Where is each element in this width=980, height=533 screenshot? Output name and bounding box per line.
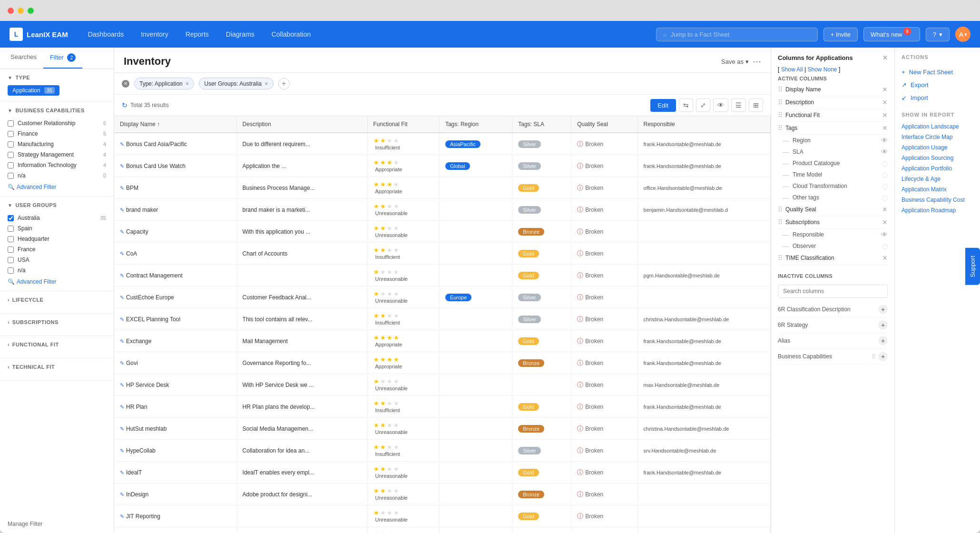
type-chip[interactable]: Application 35 [8, 85, 59, 96]
capability-checkbox-5[interactable] [8, 173, 14, 179]
table-row[interactable]: ✎Exchange Mail Management ★★★★Appropriat… [114, 330, 771, 352]
show-col-icon[interactable]: 👁 [881, 148, 888, 156]
table-row[interactable]: ✎Bonus Card Asia/Pacific Due to differen… [114, 133, 771, 155]
table-row[interactable]: ✎IdealT IdealT enables every empl... ★★★… [114, 462, 771, 484]
refresh-icon[interactable]: ↻ [122, 101, 127, 109]
hide-col-icon[interactable]: ◌ [882, 242, 888, 250]
report-link-6[interactable]: Application Matrix [902, 184, 973, 195]
remove-col-icon[interactable]: ✕ [882, 124, 888, 132]
table-row[interactable]: ✎LeanReport With this tool we get cost..… [114, 527, 771, 533]
remove-col-icon[interactable]: ✕ [882, 111, 888, 119]
close-panel-icon[interactable]: ✕ [882, 54, 888, 61]
manage-filter-link[interactable]: Manage Filter [0, 515, 114, 533]
whats-new-button[interactable]: What's new 9 [863, 27, 920, 41]
add-col-button[interactable]: + [878, 352, 888, 361]
columns-icon[interactable]: ⇆ [679, 99, 693, 112]
drag-handle-icon[interactable]: ⠿ [778, 99, 783, 106]
grid-icon[interactable]: ⊞ [749, 99, 763, 112]
eye-icon[interactable]: 👁 [713, 99, 728, 112]
table-row[interactable]: ✎HypeCollab Collaboration for idea an...… [114, 440, 771, 462]
usergroup-checkbox-france[interactable] [8, 247, 14, 253]
col-header-description[interactable]: Description [236, 116, 367, 133]
table-row[interactable]: ✎Bonus Card Use Watch Application the ..… [114, 155, 771, 177]
add-col-button[interactable]: + [878, 336, 888, 345]
table-row[interactable]: ✎JIT Reporting ★★★★Unreasonable Gold ⓘBr… [114, 505, 771, 527]
search-columns-input[interactable] [778, 285, 888, 298]
capability-checkbox-2[interactable] [8, 141, 14, 148]
advanced-filter-link-ug[interactable]: 🔍 Advanced Filter [8, 278, 106, 285]
add-filter-button[interactable]: + [278, 78, 290, 89]
col-header-functional-fit[interactable]: Functional Fit [367, 116, 439, 133]
usergroup-checkbox-usa[interactable] [8, 257, 14, 263]
table-row[interactable]: ✎Contract Management ★★★★Unreasonable Go… [114, 265, 771, 286]
show-all-link[interactable]: Show All [781, 66, 803, 73]
table-row[interactable]: ✎InDesign Adobe product for designi... ★… [114, 484, 771, 505]
table-row[interactable]: ✎HR Plan HR Plan plans the develop... ★★… [114, 396, 771, 418]
maximize-btn[interactable] [28, 8, 34, 14]
clear-filters-button[interactable]: ✕ [122, 80, 129, 88]
drag-handle-icon[interactable]: ⠿ [872, 353, 876, 360]
fullscreen-icon[interactable]: ⤢ [696, 99, 710, 112]
nav-inventory[interactable]: Inventory [132, 21, 177, 48]
table-row[interactable]: ✎Capacity With this application you ... … [114, 221, 771, 243]
minimize-btn[interactable] [18, 8, 24, 14]
drag-handle-icon[interactable]: ⠿ [778, 111, 783, 119]
col-header-display-name[interactable]: Display Name ↑ [114, 116, 236, 133]
table-row[interactable]: ✎EXCEL Planning Tool This tool contains … [114, 308, 771, 330]
export-action[interactable]: ↗ Export [902, 79, 973, 91]
import-action[interactable]: ↙ Import [902, 91, 973, 104]
nav-reports[interactable]: Reports [177, 21, 217, 48]
drag-handle-icon[interactable]: ⠿ [778, 206, 783, 213]
usergroup-checkbox-hq[interactable] [8, 236, 14, 242]
hide-col-icon[interactable]: ◌ [882, 171, 888, 178]
hide-col-icon[interactable]: ◌ [882, 194, 888, 201]
col-header-quality-seal[interactable]: Quality Seal [571, 116, 637, 133]
nav-dashboards[interactable]: Dashboards [79, 21, 133, 48]
show-none-link[interactable]: Show None [808, 66, 837, 73]
table-row[interactable]: ✎CustEchoe Europe Customer Feedback Anal… [114, 286, 771, 308]
business-capabilities-header[interactable]: ▼ BUSINESS CAPABILITIES [8, 108, 106, 113]
subscriptions-header[interactable]: › SUBSCRIPTIONS [8, 319, 106, 325]
remove-col-icon[interactable]: ✕ [882, 218, 888, 226]
nav-logo[interactable]: L LeanIX EAM [10, 28, 68, 41]
technical-fit-header[interactable]: › TECHNICAL FIT [8, 364, 106, 370]
drag-handle-icon[interactable]: ⠿ [778, 124, 783, 132]
col-header-sla[interactable]: Tags: SLA [512, 116, 571, 133]
col-header-responsible[interactable]: Responsible [637, 116, 770, 133]
report-link-3[interactable]: Application Sourcing [902, 153, 973, 163]
table-row[interactable]: ✎HutSut meshlab Social Media Managemen..… [114, 418, 771, 440]
new-fact-sheet-action[interactable]: + New Fact Sheet [902, 66, 973, 79]
add-col-button[interactable]: + [878, 320, 888, 330]
hide-col-icon[interactable]: ◌ [882, 182, 888, 190]
report-link-2[interactable]: Application Usage [902, 142, 973, 153]
user-groups-header[interactable]: ▼ USER GROUPS [8, 202, 106, 208]
report-link-4[interactable]: Application Portfolio [902, 163, 973, 174]
show-col-icon[interactable]: 👁 [881, 137, 888, 144]
remove-usergroup-filter[interactable]: × [265, 80, 268, 87]
remove-col-icon[interactable]: ✕ [882, 99, 888, 106]
capability-checkbox-0[interactable] [8, 120, 14, 127]
table-row[interactable]: ✎HP Service Desk With HP Service Desk we… [114, 374, 771, 396]
list-icon[interactable]: ☰ [731, 99, 746, 112]
hide-col-icon[interactable]: ◌ [882, 159, 888, 167]
nav-collaboration[interactable]: Collaboration [263, 21, 320, 48]
show-col-icon[interactable]: 👁 [881, 231, 888, 238]
help-button[interactable]: ? ▾ [926, 28, 950, 41]
save-as-button[interactable]: Save as ▾ [721, 58, 749, 65]
close-btn[interactable] [8, 8, 14, 14]
functional-fit-header[interactable]: › FUNCTIONAL FIT [8, 342, 106, 347]
remove-col-icon[interactable]: ✕ [882, 86, 888, 93]
table-row[interactable]: ✎CoA Chart of Accounts ★★★★Insufficient … [114, 243, 771, 265]
col-header-region[interactable]: Tags: Region [439, 116, 512, 133]
remove-type-filter[interactable]: × [186, 80, 189, 87]
table-row[interactable]: ✎Govi Governance Reporting fo... ★★★★App… [114, 352, 771, 374]
support-button[interactable]: Support [965, 248, 980, 285]
remove-col-icon[interactable]: ✕ [882, 254, 888, 262]
table-row[interactable]: ✎brand maker brand maker is a marketi...… [114, 199, 771, 221]
advanced-filter-link-bc[interactable]: 🔍 Advanced Filter [8, 184, 106, 190]
type-section-header[interactable]: ▼ TYPE [8, 75, 106, 80]
usergroup-checkbox-australia[interactable] [8, 215, 14, 221]
capability-checkbox-3[interactable] [8, 152, 14, 158]
tab-searches[interactable]: Searches [4, 48, 43, 69]
nav-diagrams[interactable]: Diagrams [217, 21, 263, 48]
